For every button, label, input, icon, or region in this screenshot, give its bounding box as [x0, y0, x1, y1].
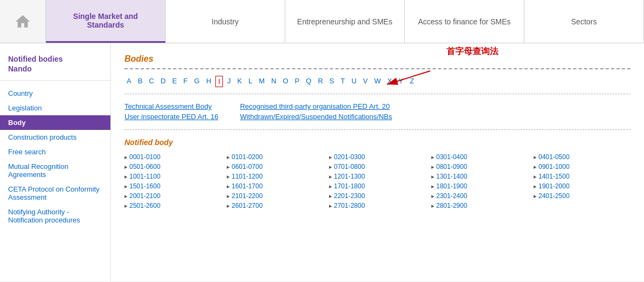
sidebar-item-country[interactable]: Country: [0, 86, 110, 101]
number-range-link[interactable]: 1701-1800: [334, 182, 365, 190]
bullet-icon: ▸: [124, 183, 128, 190]
number-range-link[interactable]: 1101-1200: [232, 173, 262, 180]
link-withdrawn[interactable]: Withdrawn/Expired/Suspended Notification…: [240, 113, 392, 121]
alpha-link-s[interactable]: S: [327, 76, 337, 87]
alpha-link-i[interactable]: I: [215, 76, 223, 87]
number-range-link[interactable]: 2501-2600: [129, 202, 160, 209]
bullet-icon: ▸: [431, 154, 435, 161]
alpha-link-u[interactable]: U: [349, 76, 358, 87]
number-cell: ▸1801-1900: [431, 182, 528, 190]
alpha-link-a[interactable]: A: [124, 76, 134, 87]
alpha-link-n[interactable]: N: [269, 76, 278, 87]
number-range-link[interactable]: 0101-0200: [232, 153, 262, 161]
number-cell: ▸2401-2500: [534, 192, 630, 200]
alpha-link-m[interactable]: M: [257, 76, 267, 87]
number-range-link[interactable]: 1801-1900: [436, 182, 467, 190]
alpha-link-b[interactable]: B: [136, 76, 145, 87]
number-range-link[interactable]: 2401-2500: [538, 192, 569, 200]
sidebar-item-legislation[interactable]: Legislation: [0, 101, 110, 115]
number-range-link[interactable]: 0401-0500: [538, 153, 569, 161]
number-range-link[interactable]: 2001-2100: [129, 192, 160, 200]
number-cell: ▸0001-0100: [124, 153, 221, 161]
alpha-link-j[interactable]: J: [225, 76, 233, 87]
number-range-link[interactable]: 1901-2000: [538, 182, 569, 190]
number-range-link[interactable]: 0301-0400: [436, 153, 467, 161]
alpha-link-g[interactable]: G: [192, 76, 202, 87]
alpha-link-k[interactable]: K: [235, 76, 244, 87]
bullet-icon: ▸: [227, 183, 230, 190]
number-range-link[interactable]: 0001-0100: [129, 153, 160, 161]
alpha-link-c[interactable]: C: [147, 76, 156, 87]
alpha-link-l[interactable]: L: [246, 76, 254, 87]
link-user-inspectorate[interactable]: User inspectorate PED Art. 16: [124, 113, 218, 121]
sidebar-item-free-search[interactable]: Free search: [0, 145, 110, 159]
number-range-link[interactable]: 1201-1300: [334, 173, 365, 180]
number-range-link[interactable]: 2801-2900: [436, 202, 467, 209]
bullet-icon: ▸: [534, 163, 537, 170]
number-cell: ▸1001-1100: [124, 173, 221, 180]
alpha-link-p[interactable]: P: [293, 76, 302, 87]
bullet-icon: ▸: [124, 202, 128, 209]
nav-access-finance[interactable]: Access to finance for SMEs: [405, 0, 524, 43]
alpha-link-e[interactable]: E: [170, 76, 179, 87]
sidebar-item-mutual[interactable]: Mutual Recognition Agreements: [0, 159, 110, 182]
number-range-link[interactable]: 1301-1400: [436, 173, 467, 180]
sidebar-item-construction[interactable]: Construction products: [0, 130, 110, 145]
bullet-icon: ▸: [534, 173, 537, 180]
number-cell: ▸1201-1300: [329, 173, 426, 180]
alpha-link-z[interactable]: Z: [408, 76, 416, 87]
alpha-link-f[interactable]: F: [181, 76, 190, 87]
home-button[interactable]: [0, 0, 46, 43]
bullet-icon: ▸: [329, 163, 332, 170]
alpha-link-q[interactable]: Q: [304, 76, 313, 87]
alpha-link-d[interactable]: D: [159, 76, 168, 87]
nav-single-market[interactable]: Single Market and Standards: [46, 0, 166, 43]
bullet-icon: ▸: [124, 163, 128, 170]
sidebar-item-ceta[interactable]: CETA Protocol on Conformity Assessment: [0, 182, 110, 205]
sidebar: Notified bodies Nando Country Legislatio…: [0, 43, 111, 281]
bullet-icon: ▸: [329, 202, 332, 209]
number-range-link[interactable]: 0701-0800: [334, 163, 365, 170]
bullet-icon: ▸: [227, 173, 230, 180]
bullet-icon: ▸: [431, 173, 435, 180]
number-range-link[interactable]: 0201-0300: [334, 153, 365, 161]
alpha-link-r[interactable]: R: [316, 76, 325, 87]
number-range-link[interactable]: 1601-1700: [232, 182, 262, 190]
number-range-link[interactable]: 2101-2200: [232, 192, 262, 200]
number-cell: ▸2701-2800: [329, 202, 426, 209]
number-range-link[interactable]: 2601-2700: [232, 202, 262, 209]
alpha-link-v[interactable]: V: [361, 76, 370, 87]
number-range-link[interactable]: 1001-1100: [129, 173, 160, 180]
bodies-title: Bodies: [124, 54, 630, 69]
alpha-link-o[interactable]: O: [281, 76, 291, 87]
number-cell: ▸2501-2600: [124, 202, 221, 209]
number-range-link[interactable]: 2301-2400: [436, 192, 467, 200]
bullet-icon: ▸: [431, 183, 435, 190]
number-range-link[interactable]: 1401-1500: [538, 173, 569, 180]
sidebar-item-body[interactable]: Body: [0, 115, 110, 130]
alpha-link-h[interactable]: H: [204, 76, 213, 87]
bullet-icon: ▸: [329, 173, 332, 180]
nav-industry[interactable]: Industry: [166, 0, 285, 43]
number-range-link[interactable]: 1501-1600: [129, 182, 160, 190]
nav-entrepreneurship[interactable]: Entrepreneurship and SMEs: [285, 0, 405, 43]
number-range-link[interactable]: 0801-0900: [436, 163, 467, 170]
content-area: 首字母查询法 Bodies ABCDEFGHIJKLMNOPQRSTUVWXYZ…: [111, 43, 644, 281]
number-range-link[interactable]: 2201-2300: [334, 192, 365, 200]
link-recognised-third-party[interactable]: Recognised third-party organisation PED …: [240, 102, 392, 110]
link-technical-assessment[interactable]: Technical Assessment Body: [124, 102, 218, 110]
alpha-link-x[interactable]: X: [385, 76, 395, 87]
alpha-link-w[interactable]: W: [372, 76, 383, 87]
number-range-link[interactable]: 0601-0700: [232, 163, 262, 170]
nav-sectors[interactable]: Sectors: [524, 0, 644, 43]
alpha-link-t[interactable]: T: [339, 76, 347, 87]
number-range-link[interactable]: 0901-1000: [538, 163, 569, 170]
number-range-link[interactable]: 0501-0600: [129, 163, 160, 170]
number-cell: ▸0801-0900: [431, 163, 528, 170]
number-range-link[interactable]: 2701-2800: [334, 202, 365, 209]
number-cell: ▸2001-2100: [124, 192, 221, 200]
alpha-link-y[interactable]: Y: [396, 76, 405, 87]
sidebar-item-notifying[interactable]: Notifying Authority - Notification proce…: [0, 205, 110, 227]
number-cell: ▸1401-1500: [534, 173, 630, 180]
bullet-icon: ▸: [227, 163, 230, 170]
